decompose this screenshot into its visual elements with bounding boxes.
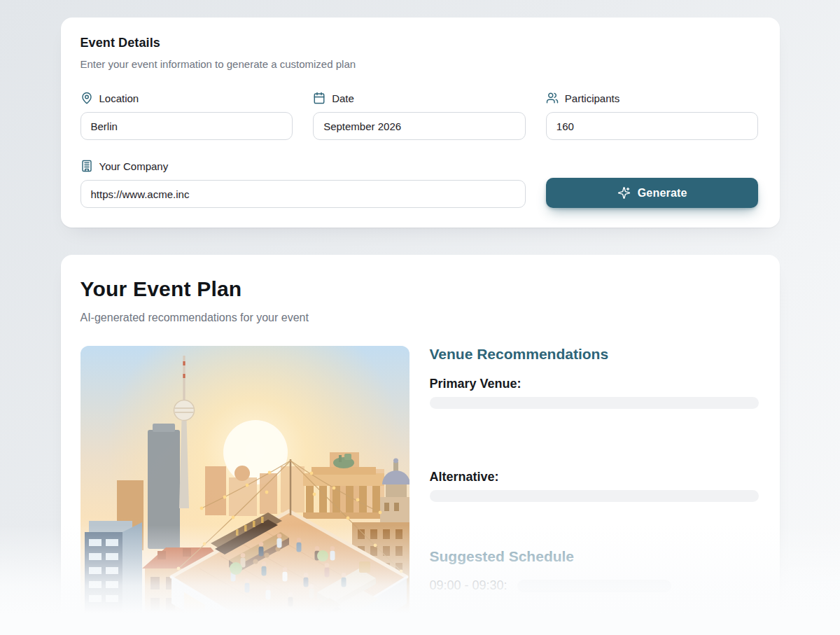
location-input[interactable] bbox=[80, 112, 293, 140]
recommendations-column: Venue Recommendations Primary Venue: Alt… bbox=[430, 346, 759, 635]
date-label: Date bbox=[332, 92, 354, 104]
generate-button-label: Generate bbox=[638, 187, 687, 200]
map-pin-icon bbox=[80, 92, 93, 104]
alternative-venue-skeleton bbox=[430, 490, 759, 502]
sparkles-icon bbox=[617, 186, 631, 200]
building-icon bbox=[80, 160, 93, 172]
date-label-row: Date bbox=[313, 92, 526, 104]
schedule-slot-skeleton bbox=[517, 580, 671, 592]
alternative-venue-label: Alternative: bbox=[430, 470, 759, 484]
participants-input[interactable] bbox=[546, 112, 759, 140]
event-form: Location Date Participants Your Company bbox=[80, 92, 759, 208]
plan-content: Venue Recommendations Primary Venue: Alt… bbox=[80, 346, 759, 635]
participants-label-row: Participants bbox=[546, 92, 759, 104]
company-field-group: Your Company bbox=[80, 160, 526, 208]
event-details-card: Event Details Enter your event informati… bbox=[61, 18, 780, 228]
participants-field-group: Participants bbox=[546, 92, 759, 140]
calendar-icon bbox=[313, 92, 326, 104]
venue-recommendations-heading: Venue Recommendations bbox=[430, 346, 759, 363]
suggested-schedule-heading: Suggested Schedule bbox=[430, 548, 759, 565]
event-plan-subtitle: AI-generated recommendations for your ev… bbox=[80, 312, 759, 324]
date-field-group: Date bbox=[313, 92, 526, 140]
location-label-row: Location bbox=[80, 92, 293, 104]
event-plan-card: Your Event Plan AI-generated recommendat… bbox=[61, 255, 780, 635]
rooftop-illustration bbox=[80, 346, 410, 635]
company-input[interactable] bbox=[80, 180, 526, 208]
event-plan-title: Your Event Plan bbox=[80, 277, 759, 301]
company-label-row: Your Company bbox=[80, 160, 526, 172]
generate-button[interactable]: Generate bbox=[546, 178, 759, 208]
primary-venue-label: Primary Venue: bbox=[430, 377, 759, 391]
date-input[interactable] bbox=[313, 112, 526, 140]
location-label: Location bbox=[99, 92, 139, 104]
schedule-slot-time: 09:00 - 09:30: bbox=[430, 578, 507, 593]
event-details-subtitle: Enter your event information to generate… bbox=[80, 58, 759, 70]
users-icon bbox=[546, 92, 559, 104]
event-details-title: Event Details bbox=[80, 36, 759, 50]
primary-venue-skeleton bbox=[430, 397, 759, 409]
location-field-group: Location bbox=[80, 92, 293, 140]
participants-label: Participants bbox=[565, 92, 620, 104]
schedule-slot-row: 09:00 - 09:30: bbox=[430, 578, 759, 593]
generate-cell: Generate bbox=[546, 160, 759, 208]
company-label: Your Company bbox=[99, 160, 169, 172]
